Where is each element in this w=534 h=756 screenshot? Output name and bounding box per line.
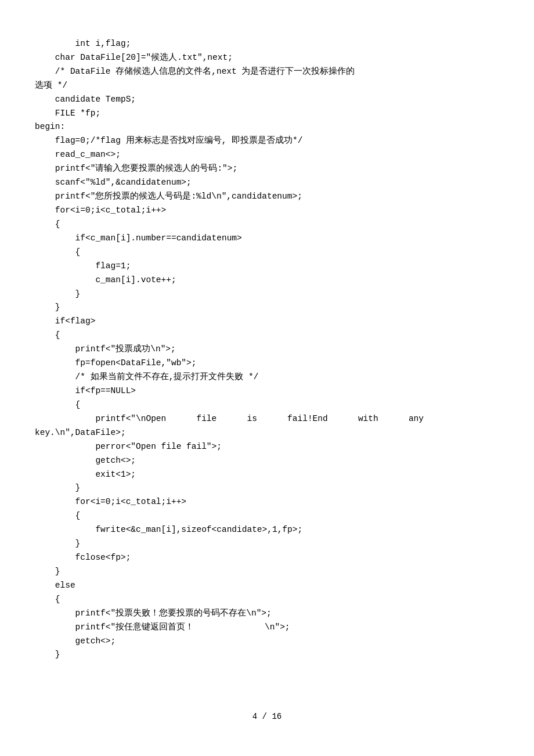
code-line-9: read_c_man<>; <box>35 150 121 159</box>
code-line-30: perror<"Open file fail">; <box>35 442 222 451</box>
code-line-6: FILE *fp; <box>35 109 100 118</box>
code-line-25: /* 如果当前文件不存在,提示打开文件失败 */ <box>35 372 259 381</box>
code-line-13: for<i=0;i<c_total;i++> <box>35 206 166 215</box>
code-line-40: else <box>35 581 75 590</box>
code-line-32: exit<1>; <box>35 470 136 479</box>
code-line-16: { <box>35 247 80 257</box>
code-line-14: { <box>35 219 60 229</box>
code-line-20: } <box>35 303 60 312</box>
code-line-45: } <box>35 650 60 659</box>
code-line-7: begin: <box>35 122 65 131</box>
code-line-38: fclose<fp>; <box>35 553 131 562</box>
code-line-15: if<c_man[i].number==candidatenum> <box>35 233 242 243</box>
code-line-18: c_man[i].vote++; <box>35 275 176 285</box>
code-line-28: printf<"\nOpen file is fail!End with any <box>35 414 424 423</box>
code-line-41: { <box>35 595 60 604</box>
code-line-33: } <box>35 483 80 492</box>
code-line-37: } <box>35 539 80 548</box>
code-line-44: getch<>; <box>35 636 116 646</box>
code-line-24: fp=fopen<DataFile,"wb">; <box>35 358 196 368</box>
code-line-17: flag=1; <box>35 261 131 271</box>
code-line-1: int i,flag; <box>55 39 131 48</box>
page-number: 4 / 16 <box>252 712 282 721</box>
code-line-35: { <box>35 511 80 520</box>
page-footer: 4 / 16 <box>35 712 499 721</box>
page-container: int i,flag; char DataFile[20]="候选人.txt",… <box>0 0 534 756</box>
code-line-2: char DataFile[20]="候选人.txt",next; <box>35 53 233 62</box>
code-line-23: printf<"投票成功\n">; <box>35 344 176 354</box>
code-line-11: scanf<"%ld",&candidatenum>; <box>35 178 192 187</box>
code-line-39: } <box>35 567 60 576</box>
code-content: int i,flag; char DataFile[20]="候选人.txt",… <box>35 23 499 689</box>
code-line-27: { <box>35 400 80 409</box>
code-line-31: getch<>; <box>35 456 136 465</box>
code-line-22: { <box>35 330 60 340</box>
code-line-5: candidate TempS; <box>35 95 136 104</box>
code-line-36: fwrite<&c_man[i],sizeof<candidate>,1,fp>… <box>35 525 302 534</box>
code-line-34: for<i=0;i<c_total;i++> <box>35 497 186 506</box>
code-line-42: printf<"投票失败！您要投票的号码不存在\n">; <box>35 609 272 618</box>
code-line-19: } <box>35 289 80 298</box>
code-line-21: if<flag> <box>35 316 95 326</box>
code-line-43: printf<"按任意键返回首页！ \n">; <box>35 622 290 632</box>
code-line-4: 选项 */ <box>35 81 67 90</box>
code-line-3: /* DataFile 存储候选人信息的文件名,next 为是否进行下一次投标操… <box>35 67 355 76</box>
code-line-29: key.\n",DataFile>; <box>35 428 126 437</box>
code-line-12: printf<"您所投票的候选人号码是:%ld\n",candidatenum>… <box>35 192 302 201</box>
code-line-8: flag=0;/*flag 用来标志是否找对应编号, 即投票是否成功*/ <box>35 136 302 145</box>
code-line-26: if<fp==NULL> <box>35 386 136 395</box>
code-line-10: printf<"请输入您要投票的候选人的号码:">; <box>35 164 237 173</box>
